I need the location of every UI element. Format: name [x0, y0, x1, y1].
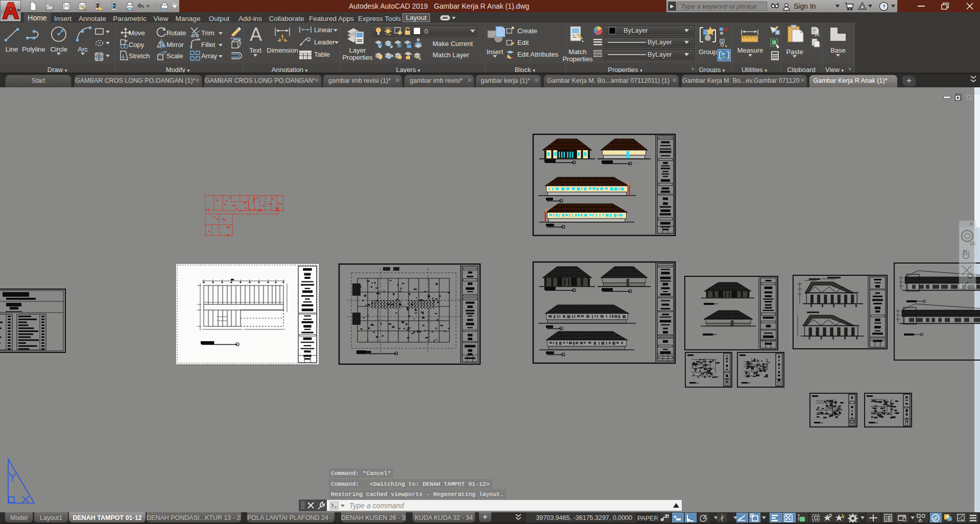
svg-text:?: ? — [882, 4, 886, 10]
svg-text:2D: 2D — [970, 241, 976, 246]
svg-text:A: A — [250, 26, 262, 44]
